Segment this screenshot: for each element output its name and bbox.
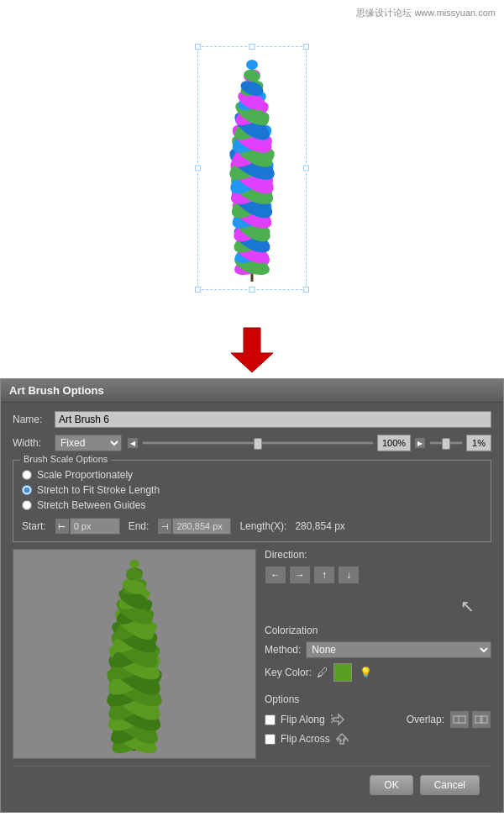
width-label: Width: (13, 437, 50, 449)
name-label: Name: (13, 414, 55, 425)
flip-across-checkbox[interactable] (265, 734, 276, 745)
radio-stretch-fit-input[interactable] (22, 485, 32, 495)
right-panel: Direction: ← → ↑ ↓ ↖ Colorization (265, 549, 491, 759)
flip-across-icon (335, 732, 352, 746)
start-label: Start: (22, 520, 46, 532)
handle-tr[interactable] (303, 44, 309, 50)
dir-btn-up[interactable]: ↑ (313, 566, 335, 584)
options-section: Options Flip Along (265, 693, 491, 749)
radio-stretch-guides-input[interactable] (22, 500, 32, 510)
slider-left-arrow[interactable]: ◀ (127, 437, 139, 449)
handle-mr[interactable] (303, 166, 309, 171)
overlap-label: Overlap: (407, 714, 444, 725)
flip-across-checkbox-label[interactable]: Flip Across (265, 733, 330, 745)
dir-btn-left[interactable]: ← (265, 566, 286, 584)
dialog-footer: OK Cancel (13, 766, 491, 804)
overlap-right: Overlap: (407, 710, 491, 729)
method-select[interactable]: None Tints Tints and Shades Hue Shift (306, 641, 491, 658)
start-input[interactable] (70, 518, 120, 535)
flip-along-checkbox[interactable] (265, 714, 276, 725)
flip-across-left: Flip Across (265, 732, 491, 746)
colorization-label: Colorization (265, 625, 491, 636)
flip-along-left: Flip Along (265, 713, 407, 726)
end-icon: ⊣ (157, 518, 172, 535)
down-arrow (0, 319, 504, 378)
handle-tc[interactable] (249, 44, 255, 50)
flip-along-icon (330, 713, 347, 726)
method-row: Method: None Tints Tints and Shades Hue … (265, 641, 491, 658)
dialog-title: Art Brush Options (1, 379, 503, 403)
dir-btn-down[interactable]: ↓ (338, 566, 360, 584)
method-label: Method: (265, 644, 301, 656)
brush-preview (13, 549, 256, 759)
start-icon: ⊢ (55, 518, 70, 535)
svg-rect-68 (459, 716, 465, 723)
slider-thumb[interactable] (254, 438, 262, 450)
svg-point-65 (129, 560, 139, 568)
slider-right-arrow[interactable]: ▶ (414, 437, 426, 449)
flip-across-row: Flip Across (265, 732, 491, 746)
key-color-swatch[interactable] (333, 663, 352, 682)
overlap-btn-1[interactable] (449, 710, 470, 729)
flip-across-label: Flip Across (281, 733, 330, 745)
end-input[interactable] (172, 518, 231, 535)
direction-label: Direction: (265, 549, 491, 561)
slider-area: ◀ ▶ (127, 435, 491, 451)
width-row: Width: Fixed ◀ ▶ (13, 435, 491, 451)
handle-ml[interactable] (195, 166, 201, 171)
end-label: End: (129, 520, 150, 532)
radio-scale-proportionately-input[interactable] (22, 470, 32, 480)
svg-marker-34 (231, 328, 273, 372)
slider-track-2[interactable] (429, 441, 463, 445)
cursor-icon: ↖ (460, 597, 475, 615)
end-input-group: ⊣ (157, 518, 231, 535)
ok-button[interactable]: OK (370, 775, 412, 795)
key-color-row: Key Color: 🖊 💡 (265, 663, 491, 682)
radio-scale-proportionately[interactable]: Scale Proportionately (22, 469, 482, 481)
start-input-group: ⊢ (55, 518, 120, 535)
length-label: Length(X): (239, 520, 286, 532)
tip-icon: 💡 (357, 664, 374, 681)
cursor-area: ↖ (265, 596, 491, 616)
name-row: Name: (13, 411, 491, 428)
dir-btn-right[interactable]: → (289, 566, 311, 584)
overlap-buttons (449, 710, 491, 729)
radio-stretch-guides[interactable]: Stretch Between Guides (22, 499, 482, 511)
svg-point-33 (246, 60, 258, 70)
options-label: Options (265, 693, 491, 705)
handle-bc[interactable] (249, 287, 255, 293)
colorization-section: Colorization Method: None Tints Tints an… (265, 625, 491, 682)
name-input[interactable] (55, 411, 491, 428)
handle-tl[interactable] (195, 44, 201, 50)
plant-image (197, 46, 307, 290)
main-content: Direction: ← → ↑ ↓ ↖ Colorization (13, 549, 491, 759)
radio-stretch-fit[interactable]: Stretch to Fit Stroke Length (22, 484, 482, 496)
direction-section: Direction: ← → ↑ ↓ (265, 549, 491, 584)
direction-buttons: ← → ↑ ↓ (265, 566, 491, 584)
watermark: 思缘设计论坛 www.missyuan.com (356, 7, 496, 19)
width-small-pct-input[interactable] (466, 435, 491, 451)
flip-along-checkbox-label[interactable]: Flip Along (265, 714, 325, 725)
overlap-btn-2[interactable] (471, 710, 491, 729)
width-select[interactable]: Fixed (55, 435, 122, 451)
plant-preview-selected (197, 46, 307, 290)
svg-rect-69 (475, 716, 482, 723)
art-brush-options-dialog: Art Brush Options Name: Width: Fixed ◀ ▶ (0, 378, 504, 813)
flip-along-label: Flip Along (281, 714, 325, 725)
seg-row: Start: ⊢ End: ⊣ Length(X): 280,854 px (22, 518, 482, 535)
brush-scale-options-section: Brush Scale Options Scale Proportionatel… (13, 460, 491, 542)
top-canvas: 思缘设计论坛 www.missyuan.com (0, 0, 504, 319)
brush-scale-title: Brush Scale Options (20, 454, 111, 464)
radio-group: Scale Proportionately Stretch to Fit Str… (22, 469, 482, 511)
flip-along-row: Flip Along Overlap: (265, 710, 491, 729)
slider-thumb-2[interactable] (442, 438, 450, 450)
eyedropper-icon[interactable]: 🖊 (317, 666, 328, 679)
handle-br[interactable] (303, 287, 309, 293)
handle-bl[interactable] (195, 287, 201, 293)
width-pct-input[interactable] (377, 435, 411, 451)
key-color-label: Key Color: (265, 667, 312, 678)
length-value: 280,854 px (295, 520, 344, 532)
cancel-button[interactable]: Cancel (420, 775, 480, 795)
slider-track[interactable] (142, 441, 374, 445)
